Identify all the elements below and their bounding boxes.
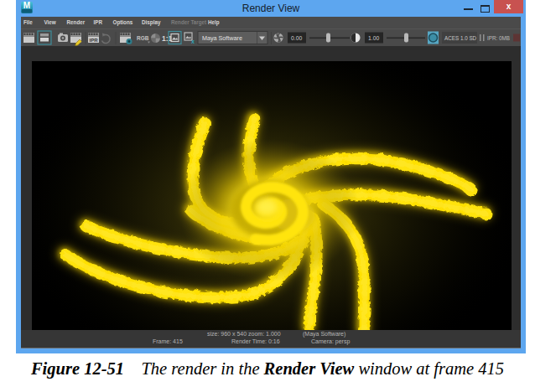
svg-text:1.00: 1.00 (368, 35, 379, 41)
svg-text:ACES 1.0 SD: ACES 1.0 SD (444, 35, 477, 41)
svg-text:Maya Software: Maya Software (202, 34, 242, 42)
svg-text:IPR: 0MB: IPR: 0MB (487, 35, 510, 41)
svg-text:IPR: IPR (89, 38, 98, 43)
svg-text:RGB: RGB (137, 35, 149, 41)
svg-text:0.00: 0.00 (291, 35, 302, 41)
svg-text:x: x (191, 39, 195, 44)
